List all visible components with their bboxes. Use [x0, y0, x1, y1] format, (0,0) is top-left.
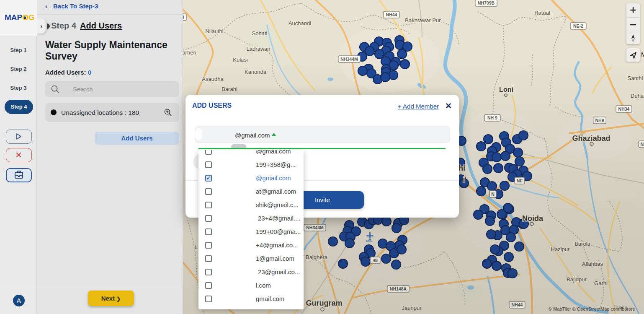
svg-text:NH44: NH44	[512, 302, 523, 307]
svg-text:Nilauthi: Nilauthi	[205, 28, 223, 34]
svg-text:NH148A: NH148A	[390, 286, 407, 291]
svg-text:NH34: NH34	[618, 106, 630, 112]
svg-text:Bajghera: Bajghera	[306, 254, 328, 260]
svg-text:Duhai: Duhai	[631, 93, 644, 99]
svg-text:Sohati: Sohati	[252, 30, 268, 36]
svg-text:Bajidpur: Bajidpur	[567, 276, 587, 283]
svg-text:Ghaziabad: Ghaziabad	[572, 134, 610, 143]
svg-text:DEL: DEL	[366, 239, 373, 243]
svg-text:Loni: Loni	[499, 86, 513, 93]
svg-text:arheri: arheri	[183, 49, 196, 56]
svg-text:NH 9: NH 9	[487, 115, 497, 120]
svg-text:3: 3	[183, 15, 184, 20]
svg-text:Allahbas: Allahbas	[582, 261, 603, 267]
svg-text:Barahi: Barahi	[222, 86, 237, 92]
svg-text:N: N	[491, 192, 495, 197]
svg-text:Kanonda: Kanonda	[245, 69, 267, 75]
svg-text:Hazipur: Hazipur	[551, 246, 570, 252]
svg-text:Bakhtawar Pur: Bakhtawar Pur	[405, 17, 441, 23]
svg-text:48: 48	[373, 258, 378, 263]
svg-text:NH9: NH9	[595, 118, 604, 123]
svg-text:Asaudha: Asaudha	[202, 76, 224, 82]
svg-text:L: L	[194, 244, 197, 250]
svg-text:hi: hi	[459, 164, 465, 172]
svg-text:NH709B: NH709B	[478, 0, 495, 5]
svg-text:Barola: Barola	[574, 241, 590, 247]
svg-text:Auchandi: Auchandi	[289, 20, 311, 26]
svg-text:NE-2: NE-2	[573, 23, 583, 29]
svg-text:Ladrawan: Ladrawan	[246, 46, 270, 52]
svg-text:Garhi: Garhi	[594, 280, 608, 286]
svg-text:NH: NH	[640, 142, 644, 147]
svg-text:Noida: Noida	[522, 214, 544, 223]
svg-text:Kulasi: Kulasi	[233, 57, 248, 63]
svg-text:Ratual: Ratual	[534, 10, 550, 16]
svg-text:Gurugram: Gurugram	[306, 299, 342, 307]
svg-text:Santhl: Santhl	[628, 75, 643, 81]
svg-text:i: i	[463, 175, 465, 184]
svg-text:NH44: NH44	[386, 12, 397, 17]
svg-text:Jaunpur: Jaunpur	[402, 305, 422, 311]
svg-text:NH344M: NH344M	[306, 225, 324, 230]
svg-text:NE: NE	[517, 178, 523, 183]
svg-text:NH344M: NH344M	[340, 57, 358, 62]
